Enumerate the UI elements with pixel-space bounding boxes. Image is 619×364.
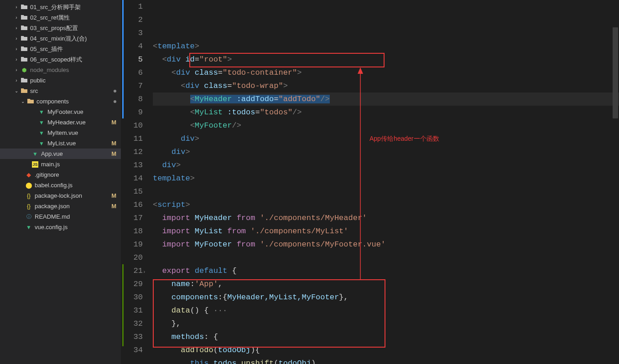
json-icon: {} — [25, 203, 33, 210]
chevron-icon: › — [13, 78, 20, 83]
gutter-change-indicator — [122, 0, 124, 118]
line-number: 20 — [121, 251, 143, 264]
explorer-item[interactable]: {}package.jsonM — [0, 201, 121, 211]
explorer-item[interactable]: ▼vue.config.js — [0, 222, 121, 232]
folder-icon — [20, 35, 28, 42]
code-line: div> — [153, 145, 619, 159]
explorer-item[interactable]: ›02_src_ref属性 — [0, 12, 121, 23]
explorer-item-label: MyItem.vue — [47, 129, 116, 136]
hex-icon: ⬢ — [20, 67, 28, 73]
explorer-item[interactable]: ▼MyItem.vue — [0, 128, 121, 138]
explorer-item-label: 01_src_分析脚手架 — [30, 3, 116, 11]
explorer-item[interactable]: ▼App.vueM — [0, 149, 121, 159]
folder-open-icon — [26, 98, 35, 105]
explorer-item[interactable]: ›03_src_props配置 — [0, 23, 121, 33]
babel-icon: ⬤ — [25, 182, 33, 189]
vue-icon: ▼ — [25, 224, 33, 231]
explorer-item[interactable]: ▼MyList.vueM — [0, 138, 121, 149]
json-icon: {} — [25, 193, 33, 199]
modified-badge: M — [111, 203, 116, 210]
explorer-item-label: components — [36, 98, 111, 105]
explorer-item[interactable]: ›05_src_插件 — [0, 44, 121, 54]
explorer-item-label: vue.config.js — [35, 224, 116, 231]
modified-badge: M — [111, 192, 116, 199]
explorer-item-label: 04_src_mixin混入(合) — [30, 35, 116, 43]
line-number: 21 — [121, 264, 143, 277]
explorer-item[interactable]: ›01_src_分析脚手架 — [0, 2, 121, 12]
folder-icon — [20, 77, 28, 84]
explorer-item[interactable]: ›public — [0, 75, 121, 86]
explorer-item[interactable]: ⌄src — [0, 86, 121, 96]
code-content[interactable]: <template> <div id="root"> <div class="t… — [153, 0, 619, 364]
file-explorer-sidebar: ›01_src_分析脚手架›02_src_ref属性›03_src_props配… — [0, 0, 121, 364]
explorer-item[interactable]: ▼MyFooter.vue — [0, 107, 121, 117]
code-line: <template> — [153, 40, 619, 53]
vertical-scrollbar[interactable] — [613, 27, 618, 118]
explorer-item[interactable]: ⌄components — [0, 96, 121, 107]
chevron-icon: › — [13, 67, 20, 72]
code-line: }, — [153, 317, 619, 330]
explorer-item-label: babel.config.js — [35, 182, 116, 189]
editor-area: src›▼App.vue›{ }"App.vue"›⬡template›⬡div… — [121, 0, 619, 364]
explorer-item-label: 02_src_ref属性 — [30, 14, 116, 22]
line-number: 1 — [121, 0, 143, 13]
explorer-item[interactable]: ◆.gitignore — [0, 169, 121, 180]
vue-icon: ▼ — [37, 119, 46, 126]
explorer-item-label: 06_src_scoped样式 — [30, 56, 116, 64]
explorer-item[interactable]: ⬤babel.config.js — [0, 180, 121, 190]
explorer-item-label: .gitignore — [35, 171, 116, 178]
code-editor[interactable]: 1234567891011121314151617181920212930313… — [121, 0, 619, 364]
line-number: 5 — [121, 53, 143, 66]
line-number: 31 — [121, 304, 143, 317]
line-number: 7 — [121, 79, 143, 92]
code-line: div> — [153, 159, 619, 172]
line-number: 15 — [121, 185, 143, 198]
folder-icon — [20, 4, 28, 10]
line-number: 16 — [121, 198, 143, 211]
line-number: 6 — [121, 66, 143, 79]
chevron-icon: › — [13, 57, 20, 62]
line-number: 13 — [121, 159, 143, 172]
explorer-item[interactable]: ▼MyHeader.vueM — [0, 117, 121, 128]
explorer-item-label: package-lock.json — [35, 192, 109, 199]
line-number: 29 — [121, 277, 143, 291]
explorer-item[interactable]: ⓘREADME.md — [0, 211, 121, 222]
chevron-icon: ⌄ — [19, 99, 26, 104]
git-icon: ◆ — [25, 171, 33, 178]
line-number: 33 — [121, 330, 143, 343]
folder-icon — [20, 56, 28, 63]
modified-badge: M — [111, 119, 116, 126]
code-line: <script> — [153, 198, 619, 211]
explorer-item-label: src — [30, 87, 111, 94]
line-number: 3 — [121, 26, 143, 40]
explorer-item[interactable]: ›06_src_scoped样式 — [0, 54, 121, 65]
code-line: import MyHeader from './components/MyHea… — [153, 211, 619, 225]
explorer-item[interactable]: ›⬢node_modules — [0, 65, 121, 75]
explorer-item[interactable]: ›04_src_mixin混入(合) — [0, 33, 121, 44]
vue-icon: ▼ — [37, 130, 46, 136]
explorer-item-label: MyHeader.vue — [47, 119, 109, 126]
fold-indicator-icon[interactable]: › — [143, 266, 146, 279]
line-number: 8 — [121, 92, 143, 106]
code-line: template> — [153, 172, 619, 185]
js-icon: JS — [31, 161, 39, 168]
line-number: 18 — [121, 225, 143, 238]
line-number: 17 — [121, 211, 143, 225]
line-number-gutter: 1234567891011121314151617181920212930313… — [121, 0, 153, 364]
explorer-item[interactable]: JSmain.js — [0, 159, 121, 169]
md-icon: ⓘ — [25, 213, 33, 220]
line-number: 32 — [121, 317, 143, 330]
code-line: export default { — [153, 264, 619, 277]
chevron-icon: › — [13, 15, 20, 20]
vue-icon: ▼ — [31, 151, 39, 157]
code-line: name:'App', — [153, 277, 619, 291]
code-line: import MyFooter from './components/MyFoo… — [153, 238, 619, 251]
chevron-icon: › — [13, 46, 20, 51]
folder-icon — [20, 14, 28, 21]
chevron-icon: › — [13, 5, 20, 10]
explorer-item-label: README.md — [35, 213, 116, 220]
gutter-add-indicator — [122, 264, 124, 346]
line-number: 34 — [121, 343, 143, 357]
explorer-item[interactable]: {}package-lock.jsonM — [0, 190, 121, 201]
code-line — [153, 251, 619, 264]
